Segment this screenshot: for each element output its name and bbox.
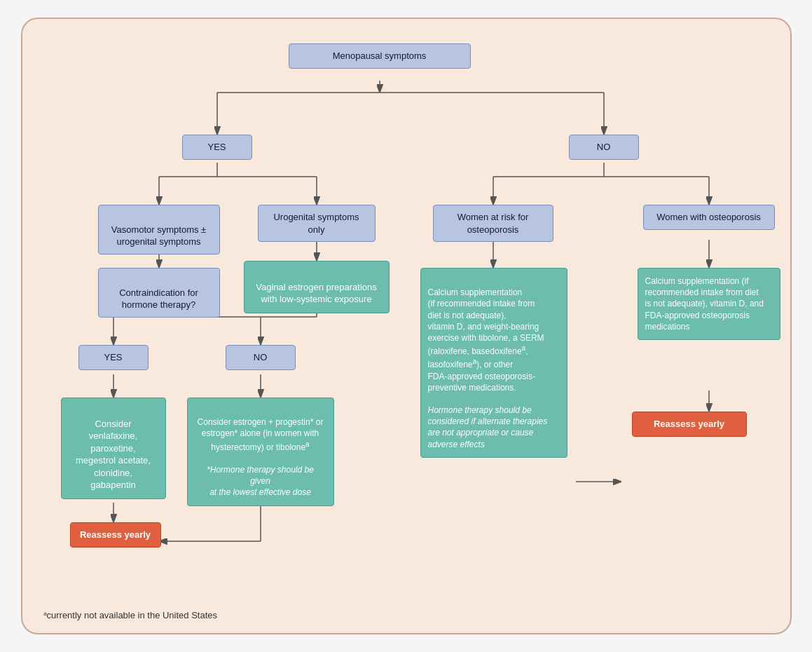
no2-node: NO	[226, 345, 296, 370]
calcium-osteo-node: Calcium supplementation (ifrecommended i…	[638, 268, 780, 340]
footnote: ᵃcurrently not available in the United S…	[43, 610, 218, 620]
calcium-atrisk-node: Calcium supplementation(if recommended i…	[420, 268, 567, 458]
no-node: NO	[569, 135, 639, 160]
diagram-container: Menopausal symptoms YES NO Vasomotor sym…	[21, 18, 792, 634]
contraindication-node: Contraindication for hormone therapy?	[98, 268, 220, 318]
consider-estrogen-node: Consider estrogen + progestin* orestroge…	[187, 398, 334, 506]
with-osteoporosis-node: Women with osteoporosis	[643, 205, 775, 230]
reassess1-node: Reassess yearly	[70, 522, 161, 548]
consider-venlafaxine-node: Consider venlafaxine, paroxetine, megest…	[61, 398, 166, 499]
yes2-node: YES	[78, 345, 149, 370]
yes-node: YES	[182, 135, 252, 160]
vasomotor-node: Vasomotor symptoms ± urogenital symptoms	[98, 205, 220, 254]
start-node: Menopausal symptoms	[289, 43, 471, 69]
vaginal-estrogen-node: Vaginal estrogen preparations with low-s…	[244, 261, 390, 313]
urogenital-node: Urogenital symptoms only	[258, 205, 376, 242]
reassess2-node: Reassess yearly	[632, 412, 747, 437]
at-risk-node: Women at risk for osteoporosis	[433, 205, 553, 242]
